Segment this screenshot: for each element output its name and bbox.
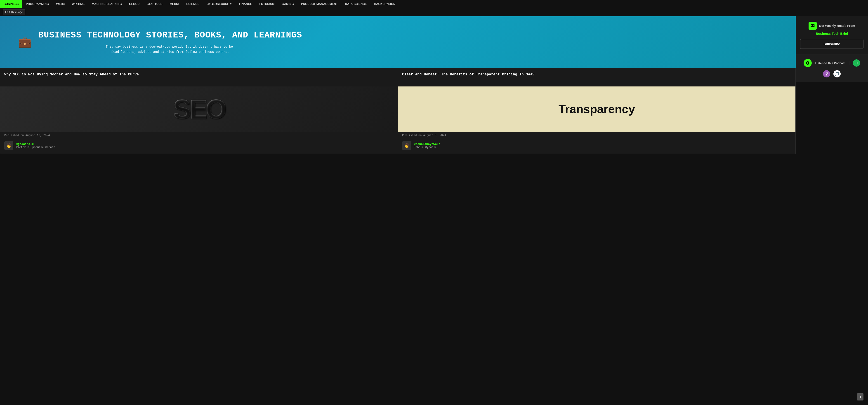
main-layout: 💼 BUSINESS TECHNOLOGY STORIES, BOOKS, AN… [0,16,868,154]
hero-banner: 💼 BUSINESS TECHNOLOGY STORIES, BOOKS, AN… [0,16,796,68]
author-handle-1[interactable]: @godwinolu [16,142,55,146]
newsletter-widget: Get Weekly Reads From Business Tech Brie… [796,16,868,55]
spotify-icon[interactable]: ♫ [853,59,860,67]
nav-item-media[interactable]: MEDIA [166,0,183,8]
author-avatar-1: 🧑 [4,141,13,150]
svg-point-2 [807,62,808,64]
author-name-1: Victor Oluponmile Godwin [16,146,55,149]
nav-item-business[interactable]: BUSINESS [0,0,22,8]
newsletter-header: Get Weekly Reads From [800,22,864,30]
navbar: BUSINESSPROGRAMMINGWEB3WRITINGMACHINE-LE… [0,0,868,8]
nav-item-futurism[interactable]: FUTURISM [256,0,278,8]
hero-title: BUSINESS TECHNOLOGY STORIES, BOOKS, AND … [38,30,302,40]
nav-item-product-management[interactable]: PRODUCT-MANAGEMENT [298,0,342,8]
nav-item-data-science[interactable]: DATA-SCIENCE [341,0,370,8]
article-author-1: 🧑 @godwinolu Victor Oluponmile Godwin [0,139,398,154]
left-content: 💼 BUSINESS TECHNOLOGY STORIES, BOOKS, AN… [0,16,796,154]
podcast-widget: Listen to this Podcast | ♫ 🎙 🎵 [796,55,868,82]
right-sidebar: Get Weekly Reads From Business Tech Brie… [796,16,868,154]
google-podcasts-icon[interactable]: 🎵 [833,70,841,77]
podcast-label: Listen to this Podcast [815,61,845,65]
author-info-2: @deborahoyewole Debbie Oyewole [414,142,440,149]
nav-item-science[interactable]: SCIENCE [183,0,203,8]
article-title-1[interactable]: Why SEO is Not Dying Sooner and How to S… [0,68,398,87]
nav-item-startups[interactable]: STARTUPS [143,0,166,8]
nav-item-cybersecurity[interactable]: CYBERSECURITY [203,0,235,8]
article-image-1: SEO [0,87,398,132]
nav-item-gaming[interactable]: GAMING [278,0,297,8]
author-handle-2[interactable]: @deborahoyewole [414,142,440,146]
article-image-2: Transparency [398,87,796,132]
nav-item-web3[interactable]: WEB3 [53,0,68,8]
author-avatar-2: 👩 [402,141,411,150]
nav-item-writing[interactable]: WRITING [68,0,88,8]
apple-podcasts-icon[interactable]: 🎙 [823,70,830,77]
nav-item-hackernoon[interactable]: HACKERNOON [370,0,399,8]
nav-item-finance[interactable]: FINANCE [235,0,256,8]
edit-page-button[interactable]: Edit This Page [3,9,25,15]
article-author-2: 👩 @deborahoyewole Debbie Oyewole [398,139,796,154]
hero-text: BUSINESS TECHNOLOGY STORIES, BOOKS, AND … [38,30,302,55]
newsletter-title: Business Tech Brief [800,32,864,35]
hero-description: They say business is a dog-eat-dog world… [38,44,302,55]
author-info-1: @godwinolu Victor Oluponmile Godwin [16,142,55,149]
svg-rect-0 [811,24,815,27]
articles-grid: Why SEO is Not Dying Sooner and How to S… [0,68,796,154]
newsletter-icon [809,22,817,30]
article-meta-1: Published on August 12, 2024 [0,132,398,139]
podcast-divider: | [848,61,850,65]
article-card-2: Clear and Honest: The Benefits of Transp… [398,68,796,154]
nav-item-cloud[interactable]: CLOUD [125,0,143,8]
article-title-2[interactable]: Clear and Honest: The Benefits of Transp… [398,68,796,87]
newsletter-get-label: Get Weekly Reads From [819,24,855,28]
subscribe-button[interactable]: Subscribe [800,39,864,49]
hero-icon: 💼 [18,36,32,48]
article-card-1: Why SEO is Not Dying Sooner and How to S… [0,68,398,154]
author-name-2: Debbie Oyewole [414,146,440,149]
nav-item-programming[interactable]: PROGRAMMING [22,0,53,8]
podcast-icon [804,59,812,67]
edit-bar: Edit This Page [0,8,868,16]
nav-item-machine-learning[interactable]: MACHINE-LEARNING [88,0,125,8]
article-meta-2: Published on August 6, 2024 [398,132,796,139]
